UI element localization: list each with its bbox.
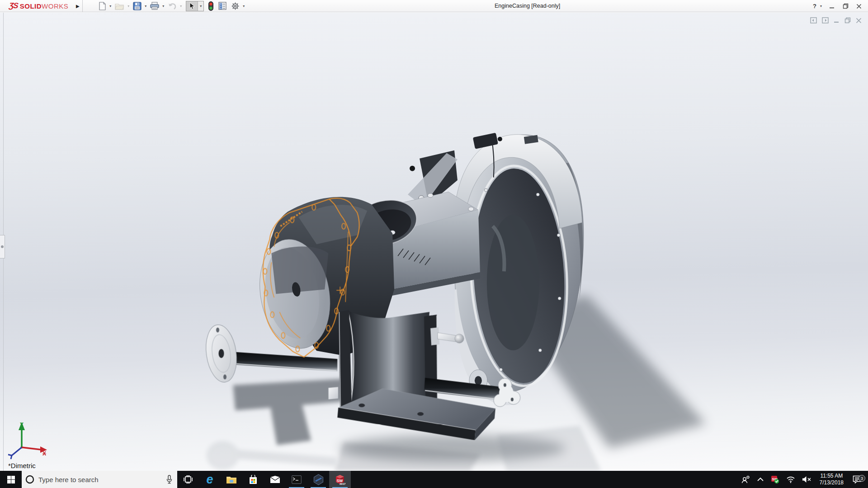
volume-muted-icon — [802, 476, 811, 483]
print-caret[interactable]: ▾ — [162, 4, 164, 8]
feature-statistics-button[interactable] — [218, 1, 227, 11]
chevron-up-icon — [757, 477, 764, 482]
store-icon — [249, 475, 258, 484]
volume-button[interactable] — [800, 471, 813, 488]
save-button[interactable] — [132, 1, 142, 11]
help-caret[interactable]: ▾ — [820, 4, 822, 8]
close-button[interactable] — [854, 0, 864, 12]
window-controls: ? ▾ — [809, 0, 864, 12]
close-icon — [856, 4, 862, 9]
new-document-icon — [99, 2, 106, 10]
file-explorer-button[interactable] — [221, 471, 242, 488]
feature-statistics-icon — [218, 2, 226, 10]
command-prompt-button[interactable] — [286, 471, 307, 488]
select-cursor-icon — [189, 2, 195, 10]
people-button[interactable] — [739, 471, 752, 488]
selection-stoplight-button[interactable] — [208, 0, 214, 12]
options-caret[interactable]: ▾ — [243, 4, 245, 8]
quick-access-toolbar: ▾ ▾ ▾ — [98, 0, 246, 12]
select-tool-button[interactable] — [186, 1, 198, 11]
cortana-icon — [25, 475, 34, 484]
tray-overflow-button[interactable] — [755, 471, 766, 488]
svg-text:2017: 2017 — [340, 483, 346, 485]
minimize-icon — [829, 4, 835, 9]
options-gear-icon — [231, 2, 240, 10]
people-icon — [741, 475, 750, 483]
start-button[interactable] — [0, 471, 22, 488]
minimize-button[interactable] — [826, 0, 837, 12]
system-tray: SW 11:55 AM 7/13/2018 — [739, 471, 868, 488]
mail-button[interactable] — [264, 471, 286, 488]
printer-icon — [150, 2, 159, 10]
solidworks-2017-icon: SW 2017 — [334, 474, 346, 485]
task-view-icon — [184, 475, 193, 483]
action-center-button[interactable]: 3 — [850, 475, 866, 483]
document-title: EngineCasing [Read-only] — [495, 0, 560, 12]
engine-casing-model — [0, 13, 868, 471]
search-input[interactable] — [38, 476, 162, 483]
network-button[interactable] — [784, 471, 797, 488]
file-explorer-icon — [226, 475, 237, 484]
undo-caret[interactable]: ▾ — [180, 4, 182, 8]
open-caret[interactable]: ▾ — [127, 4, 129, 8]
hexagon-app-button[interactable] — [307, 471, 329, 488]
options-button[interactable] — [231, 1, 240, 11]
title-bar: ƷS SOLID WORKS ▶ ▾ ▾ — [0, 0, 868, 12]
stoplight-icon — [208, 1, 213, 11]
y-axis-label: Y — [20, 422, 24, 428]
clock-date: 7/13/2018 — [820, 479, 844, 486]
logo-glyph: ƷS — [9, 1, 19, 10]
restore-icon — [843, 3, 849, 9]
windows-taskbar: e — [0, 471, 868, 488]
save-floppy-icon — [133, 2, 142, 10]
solidworks-logo: ƷS SOLID WORKS — [0, 0, 73, 12]
taskbar-search[interactable] — [22, 471, 177, 488]
view-orientation-label: *Dimetric — [8, 462, 36, 469]
edge-icon: e — [206, 474, 213, 486]
floor-reflections — [206, 426, 601, 471]
new-caret[interactable]: ▾ — [109, 4, 111, 8]
microphone-icon[interactable] — [166, 475, 173, 484]
menu-flyout-button[interactable]: ▶ — [73, 0, 83, 12]
restore-button[interactable] — [840, 0, 851, 12]
help-button[interactable]: ? — [809, 0, 820, 12]
undo-button[interactable] — [167, 1, 177, 10]
graphics-viewport[interactable]: Y X *Dimetric — [0, 13, 868, 471]
notification-badge: 3 — [859, 475, 865, 482]
mail-icon — [270, 476, 280, 483]
solidworks-window: ƷS SOLID WORKS ▶ ▾ ▾ — [0, 0, 868, 488]
wifi-icon — [786, 476, 795, 483]
x-axis-label: X — [42, 450, 46, 457]
undo-arrow-icon — [168, 2, 177, 9]
clock-time: 11:55 AM — [820, 473, 844, 479]
select-tool-group: ▾ — [186, 1, 204, 11]
edge-browser-button[interactable]: e — [199, 471, 221, 488]
microsoft-store-button[interactable] — [242, 471, 264, 488]
windows-logo-icon — [7, 476, 15, 483]
new-document-button[interactable] — [98, 1, 107, 11]
taskbar-clock[interactable]: 11:55 AM 7/13/2018 — [816, 473, 847, 486]
solidworks-status-icon: SW — [771, 475, 779, 484]
task-view-button[interactable] — [177, 471, 199, 488]
orientation-triad: Y X — [5, 419, 50, 461]
open-document-button[interactable] — [114, 1, 125, 11]
solidworks-tray-button[interactable]: SW — [769, 471, 781, 488]
hexagon-app-icon — [313, 474, 324, 485]
solidworks-taskbar-button[interactable]: SW 2017 — [329, 471, 351, 488]
open-folder-icon — [115, 2, 124, 10]
save-caret[interactable]: ▾ — [145, 4, 146, 8]
print-button[interactable] — [150, 1, 160, 11]
command-prompt-icon — [292, 475, 302, 484]
select-tool-dropdown[interactable]: ▾ — [198, 1, 203, 11]
